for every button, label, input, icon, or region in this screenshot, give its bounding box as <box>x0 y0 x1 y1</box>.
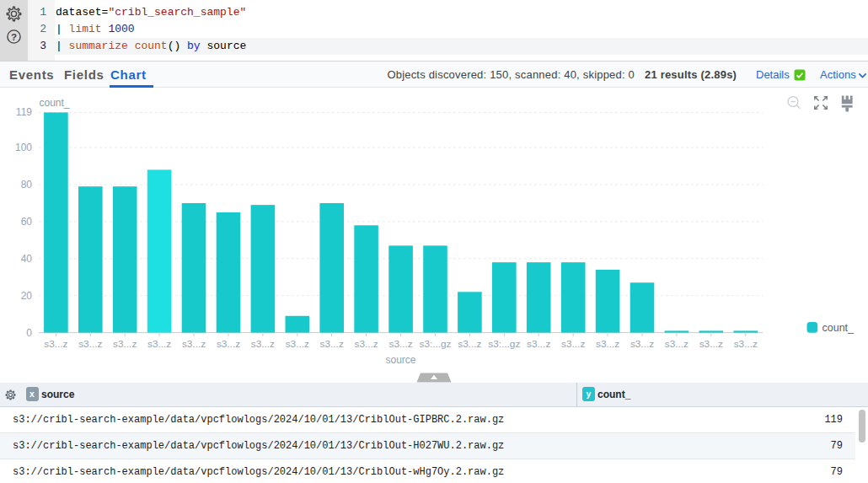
svg-text:s3...z: s3...z <box>286 338 309 350</box>
svg-text:s3...z: s3...z <box>217 338 240 350</box>
svg-text:100: 100 <box>15 142 32 153</box>
svg-text:s3...z: s3...z <box>630 338 654 350</box>
svg-text:s3...z: s3...z <box>388 338 412 350</box>
svg-text:s3...z: s3...z <box>320 338 344 350</box>
svg-text:s3...z: s3...z <box>665 338 689 350</box>
svg-text:s3...z: s3...z <box>354 338 378 350</box>
svg-text:count_: count_ <box>822 322 855 334</box>
svg-text:s3...z: s3...z <box>561 338 585 350</box>
svg-text:s3:...gz: s3:...gz <box>419 338 451 350</box>
svg-text:s3...z: s3...z <box>251 338 275 350</box>
svg-text:s3...z: s3...z <box>147 338 171 350</box>
svg-text:s3...z: s3...z <box>182 338 206 350</box>
svg-text:source: source <box>385 354 415 366</box>
svg-text:s3...z: s3...z <box>78 338 102 350</box>
svg-text:s3...z: s3...z <box>44 338 67 350</box>
svg-text:119: 119 <box>16 106 32 118</box>
svg-text:s3...z: s3...z <box>458 338 481 350</box>
svg-text:s3...z: s3...z <box>113 338 137 350</box>
svg-text:80: 80 <box>21 179 33 191</box>
svg-text:s3:...gz: s3:...gz <box>488 338 520 350</box>
svg-text:60: 60 <box>21 216 33 228</box>
svg-text:?: ? <box>11 32 17 42</box>
svg-text:count_: count_ <box>40 97 70 109</box>
svg-text:s3...z: s3...z <box>596 338 619 350</box>
svg-text:0: 0 <box>26 327 32 339</box>
svg-text:40: 40 <box>21 253 33 265</box>
svg-text:s3...z: s3...z <box>699 338 723 350</box>
svg-text:20: 20 <box>21 290 33 302</box>
svg-text:s3...z: s3...z <box>734 338 758 350</box>
svg-text:s3...z: s3...z <box>527 338 550 350</box>
